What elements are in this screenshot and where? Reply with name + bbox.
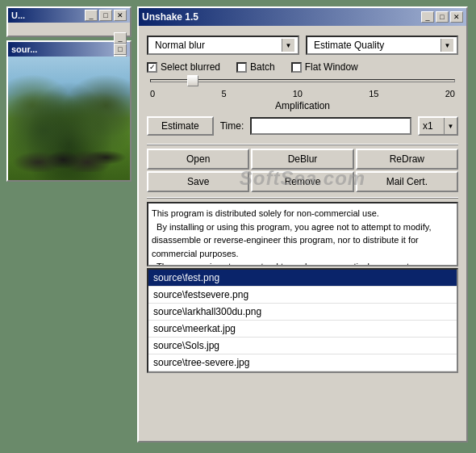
slider-container: 0 5 10 15 20 (147, 79, 458, 99)
slider-track[interactable] (150, 79, 455, 82)
main-close[interactable]: ✕ (450, 11, 463, 23)
main-button-grid-row1: Open DeBlur ReDraw (147, 149, 458, 170)
slider-label-10: 10 (293, 89, 303, 99)
time-value-box (250, 117, 411, 135)
estimate-row: Estimate Time: x1 ▼ (147, 116, 458, 136)
file-item-selected[interactable]: source\fest.png (148, 270, 457, 287)
checkboxes-row: Select blurred Batch Flat Window (147, 61, 458, 73)
zoom-dropdown-arrow: ▼ (444, 118, 457, 134)
crowd-image (8, 57, 130, 180)
separator-2 (147, 197, 458, 199)
file-item-2[interactable]: source\larkhall300du.png (148, 304, 457, 321)
source-image-area (8, 57, 130, 180)
mail-cert-button[interactable]: Mail Cert. (356, 171, 458, 192)
batch-checkbox-item[interactable]: Batch (236, 61, 275, 73)
file-item-5[interactable]: source\tree-severe.jpg (148, 354, 457, 371)
main-minimize[interactable]: _ (421, 11, 434, 23)
slider-labels: 0 5 10 15 20 (150, 89, 455, 99)
separator-1 (147, 144, 458, 145)
license-text: This program is distributed solely for n… (152, 208, 431, 266)
crowd-figures (8, 124, 130, 172)
main-maximize[interactable]: □ (436, 11, 449, 23)
flat-window-checkbox[interactable] (291, 62, 302, 73)
main-title: Unshake 1.5 (142, 11, 198, 23)
source-window: sour... _ □ ✕ (6, 40, 132, 182)
save-button[interactable]: Save (147, 171, 249, 192)
remove-button[interactable]: Remove (251, 171, 353, 192)
source-minimize[interactable]: _ (114, 32, 127, 44)
slider-label-20: 20 (445, 89, 455, 99)
main-window: Unshake 1.5 _ □ ✕ Normal blur ▼ Estimate… (137, 6, 468, 443)
top-dropdowns-row: Normal blur ▼ Estimate Quality ▼ (147, 36, 458, 55)
redraw-button[interactable]: ReDraw (356, 149, 458, 170)
file-item-4[interactable]: source\Sols.jpg (148, 338, 457, 354)
small-u-title-bar: U... _ □ ✕ (8, 8, 130, 23)
small-u-close[interactable]: ✕ (114, 10, 127, 21)
quality-value: Estimate Quality (311, 40, 441, 51)
open-button[interactable]: Open (147, 149, 249, 170)
source-title-bar: sour... _ □ ✕ (8, 42, 130, 57)
quality-dropdown[interactable]: Estimate Quality ▼ (306, 36, 458, 55)
file-list: source\fest.png source\festsevere.png so… (147, 268, 458, 373)
blur-dropdown-arrow: ▼ (282, 39, 294, 52)
small-u-minimize[interactable]: _ (85, 10, 98, 21)
select-blurred-checkbox-item[interactable]: Select blurred (147, 61, 220, 73)
quality-dropdown-arrow: ▼ (441, 39, 453, 52)
main-win-controls: _ □ ✕ (421, 11, 463, 23)
batch-checkbox[interactable] (236, 62, 247, 73)
slider-thumb[interactable] (187, 75, 198, 86)
main-content: Normal blur ▼ Estimate Quality ▼ Select … (139, 26, 466, 380)
source-title: sour... (11, 44, 37, 54)
deblur-button[interactable]: DeBlur (251, 149, 353, 170)
main-title-bar: Unshake 1.5 _ □ ✕ (139, 8, 466, 26)
license-text-area[interactable]: This program is distributed solely for n… (147, 202, 458, 266)
slider-label-5: 5 (221, 89, 226, 99)
source-maximize[interactable]: □ (114, 44, 127, 55)
blur-type-dropdown[interactable]: Normal blur ▼ (147, 36, 299, 55)
file-item-1[interactable]: source\festsevere.png (148, 287, 457, 304)
flat-window-checkbox-item[interactable]: Flat Window (291, 61, 358, 73)
file-item-3[interactable]: source\meerkat.jpg (148, 321, 457, 338)
batch-label: Batch (250, 61, 275, 73)
blur-type-value: Normal blur (152, 40, 282, 51)
zoom-value: x1 (420, 120, 444, 132)
select-blurred-checkbox[interactable] (147, 62, 157, 73)
amplification-label: Amplification (147, 100, 458, 111)
slider-label-0: 0 (150, 89, 155, 99)
zoom-dropdown[interactable]: x1 ▼ (418, 116, 458, 136)
license-text-container: This program is distributed solely for n… (147, 202, 458, 266)
main-button-grid-row2: Save Remove Mail Cert. SoftSea.com (147, 171, 458, 192)
select-blurred-label: Select blurred (161, 61, 220, 73)
small-u-window: U... _ □ ✕ (6, 6, 132, 37)
slider-label-15: 15 (369, 89, 378, 99)
estimate-button[interactable]: Estimate (147, 116, 214, 136)
small-u-controls: _ □ ✕ (85, 10, 127, 21)
small-u-maximize[interactable]: □ (99, 10, 112, 21)
small-u-title: U... (11, 10, 25, 20)
flat-window-label: Flat Window (305, 61, 358, 73)
time-label: Time: (220, 120, 244, 132)
